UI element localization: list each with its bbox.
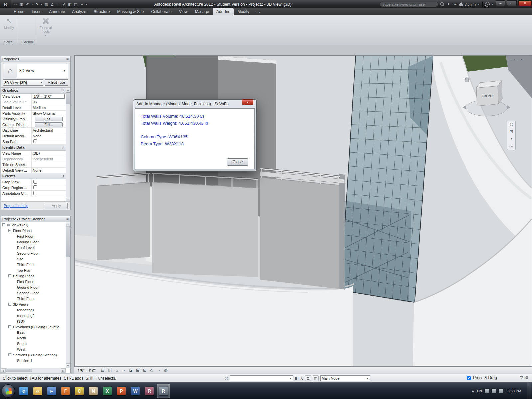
show-desktop-button[interactable] <box>527 383 531 399</box>
filter-icon[interactable]: ▽ <box>520 375 523 380</box>
dialog-close-button[interactable]: Close <box>227 158 248 166</box>
show-crop-region-icon[interactable]: ⊡ <box>142 368 148 373</box>
tree-item[interactable]: rendering2 <box>1 313 66 318</box>
design-options-icon[interactable]: ◧ <box>295 376 298 381</box>
network-icon[interactable] <box>492 389 496 393</box>
zoom-dropdown-icon[interactable]: ▾ <box>511 137 512 141</box>
view-restore-icon[interactable]: ▭ <box>514 57 517 61</box>
tree-item[interactable]: Second Floor <box>1 290 66 296</box>
scroll-down-icon[interactable]: ▼ <box>66 197 70 201</box>
close-button[interactable]: × <box>518 0 532 6</box>
editable-only-icon[interactable]: ⊡ <box>305 375 311 381</box>
ribbon-state-toggle[interactable]: ▭ ▾ <box>253 10 263 15</box>
edit-button[interactable]: Edit... <box>35 117 63 121</box>
section-identity-data[interactable]: Identity Data « <box>1 145 66 151</box>
tree-item-active-3d-view[interactable]: {3D} <box>1 318 66 324</box>
project-browser-header[interactable]: Project2 - Project Browser ▣ <box>1 216 70 222</box>
taskbar-app-word[interactable]: W <box>129 384 142 398</box>
browser-scrollbar-vertical[interactable]: ▲ ▼ <box>66 222 70 368</box>
property-row-view-name[interactable]: View Name {3D} <box>1 151 66 156</box>
annotation-crop-checkbox[interactable] <box>33 191 37 195</box>
undo-icon[interactable]: ↶ <box>25 1 30 7</box>
default-3d-view-icon[interactable]: ◧ <box>67 1 73 7</box>
worksets-icon[interactable]: ◎ <box>225 376 228 381</box>
tree-item[interactable]: Ground Floor <box>1 284 66 290</box>
instance-selector-combo[interactable]: 3D View: {3D} ▾ <box>3 79 43 86</box>
tree-item[interactable]: Third Floor <box>1 262 66 267</box>
tab-structure[interactable]: Structure <box>90 8 114 15</box>
zoom-icon[interactable]: ⊡ <box>510 129 513 134</box>
crop-region-checkbox[interactable] <box>33 185 37 189</box>
tree-item[interactable]: Second Floor <box>1 250 66 256</box>
property-row-sun-path[interactable]: Sun Path <box>1 139 66 145</box>
external-tools-button[interactable]: External Tools ▾ <box>37 17 54 37</box>
property-row-detail-level[interactable]: Detail Level Medium <box>1 105 66 111</box>
property-row-crop-region[interactable]: Crop Region ... <box>1 185 66 191</box>
visual-style-icon[interactable]: ◫ <box>107 368 113 373</box>
tab-modify[interactable]: Modify <box>234 8 253 15</box>
tree-item-elevations[interactable]: − Elevations (Building Elevatio <box>1 324 66 330</box>
tree-item[interactable]: Ground Floor <box>1 239 66 245</box>
redo-icon[interactable]: ↷ <box>34 1 40 7</box>
property-row-parts-visibility[interactable]: Parts Visibility Show Original <box>1 111 66 116</box>
tree-item[interactable]: First Floor <box>1 279 66 284</box>
minimize-button[interactable]: – <box>496 0 505 6</box>
show-hidden-icons-icon[interactable]: ▲ <box>472 389 474 392</box>
open-icon[interactable]: ▱ <box>13 1 18 7</box>
property-value[interactable]: {3D} <box>32 151 66 156</box>
property-row-dependency[interactable]: Dependency Independent <box>1 156 66 162</box>
measure-icon[interactable]: ∠ <box>49 1 55 7</box>
tree-item-3d-views[interactable]: − 3D Views <box>1 301 66 307</box>
type-selector-dropdown-icon[interactable]: ▾ <box>64 69 68 72</box>
tab-annotate[interactable]: Annotate <box>45 8 68 15</box>
tab-manage[interactable]: Manage <box>191 8 213 15</box>
tree-item[interactable]: First Floor <box>1 233 66 239</box>
tree-collapse-icon[interactable]: − <box>2 223 5 226</box>
property-value[interactable]: Show Original <box>32 111 66 116</box>
tree-item-views-all[interactable]: − ▤ Views (all) <box>1 222 66 228</box>
property-value[interactable]: None <box>32 168 66 173</box>
tree-item[interactable]: rendering1 <box>1 307 66 313</box>
type-selector[interactable]: ⌂ 3D View ▾ <box>3 64 68 78</box>
properties-help-link[interactable]: Properties help <box>4 204 28 208</box>
edit-type-button[interactable]: ≡ Edit Type <box>45 79 68 86</box>
save-icon[interactable]: ▣ <box>19 1 24 7</box>
tab-add-ins[interactable]: Add-Ins <box>213 8 234 15</box>
tree-collapse-icon[interactable]: − <box>8 325 11 328</box>
section-icon[interactable]: ◫ <box>73 1 79 7</box>
section-graphics[interactable]: Graphics « <box>1 88 66 94</box>
property-value[interactable]: 1/8" = 1'-0" <box>33 94 65 99</box>
property-row-title-on-sheet[interactable]: Title on Sheet <box>1 162 66 168</box>
tree-collapse-icon[interactable]: − <box>8 274 11 277</box>
help-dropdown-icon[interactable]: ▾ <box>491 3 494 6</box>
search-input[interactable] <box>380 2 438 7</box>
start-button[interactable] <box>2 384 15 398</box>
collapse-section-icon[interactable]: « <box>61 146 65 148</box>
property-row-default-analysis[interactable]: Default Analy... None <box>1 133 66 139</box>
scroll-up-icon[interactable]: ▲ <box>66 87 70 92</box>
panel-options-icon[interactable]: ▣ <box>66 217 69 221</box>
sign-in-button[interactable]: Sign In <box>465 2 476 6</box>
section-extents[interactable]: Extents « <box>1 173 66 179</box>
main-model-combo[interactable]: Main Model ▼ <box>320 375 370 381</box>
scrollbar-thumb[interactable] <box>66 92 70 104</box>
communication-center-icon[interactable]: ✦ <box>446 2 451 6</box>
customize-qat-icon[interactable]: ▾ <box>85 1 88 7</box>
property-row-view-scale[interactable]: View Scale 1/8" = 1'-0" <box>1 94 66 99</box>
tree-collapse-icon[interactable]: − <box>8 353 11 356</box>
lock-3d-view-icon[interactable]: ◇ <box>149 368 155 373</box>
steering-wheel-icon[interactable]: ◎ <box>509 122 513 127</box>
dialog-close-icon[interactable]: × <box>242 99 253 105</box>
worksharing-display-icon[interactable]: ◫ <box>313 375 319 381</box>
tree-collapse-icon[interactable]: − <box>8 303 11 306</box>
tree-item[interactable]: Site <box>1 256 66 262</box>
tree-collapse-icon[interactable]: − <box>8 229 11 232</box>
sun-path-checkbox[interactable] <box>33 139 37 143</box>
browser-scrollbar-horizontal[interactable]: ◀ ▶ <box>1 368 66 373</box>
tree-item-floor-plans[interactable]: − Floor Plans <box>1 228 66 233</box>
tab-analyze[interactable]: Analyze <box>68 8 90 15</box>
tree-item[interactable]: West <box>1 346 66 352</box>
worksets-combo[interactable]: ▼ <box>230 375 293 381</box>
scroll-right-icon[interactable]: ▶ <box>61 368 66 373</box>
property-value[interactable]: None <box>32 134 66 138</box>
